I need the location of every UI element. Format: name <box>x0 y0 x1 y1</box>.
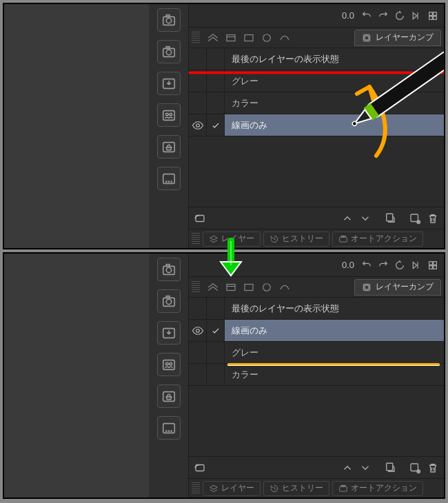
drag-grip-icon[interactable] <box>192 482 200 495</box>
svg-point-9 <box>169 113 172 116</box>
undo-icon[interactable] <box>360 9 374 23</box>
svg-rect-61 <box>387 463 393 471</box>
svg-point-12 <box>165 181 166 182</box>
svg-rect-27 <box>411 214 418 222</box>
dock-btn-folder[interactable] <box>157 416 181 440</box>
redo-icon[interactable] <box>376 258 390 272</box>
visibility-icon[interactable] <box>189 114 207 136</box>
trash-icon[interactable] <box>426 461 440 475</box>
undo-icon[interactable] <box>360 258 374 272</box>
add-icon[interactable] <box>408 461 422 475</box>
bottom-tabs: レイヤー ヒストリー オートアクション <box>189 478 444 497</box>
svg-point-39 <box>166 299 171 304</box>
value-readout: 0.0 <box>342 10 354 21</box>
dock-btn-people[interactable] <box>157 353 181 376</box>
panel-header: 0.0 <box>189 4 444 28</box>
panel-footer <box>189 207 444 229</box>
apply-check-icon[interactable] <box>207 114 225 136</box>
redo-icon[interactable] <box>376 9 390 23</box>
panel-after: 0.0 レイヤーカンプ 最後のレイヤーの表示 <box>3 252 445 499</box>
comp-label: カラー <box>225 369 444 381</box>
apply-single-icon[interactable] <box>193 461 207 475</box>
svg-rect-19 <box>227 34 235 41</box>
tab-history[interactable]: ヒストリー <box>263 232 329 247</box>
svg-rect-62 <box>411 464 418 471</box>
dock-btn-download[interactable] <box>157 321 181 345</box>
svg-point-21 <box>263 34 271 41</box>
layer-comp-tab-label: レイヤーカンプ <box>376 281 434 293</box>
svg-rect-51 <box>434 261 437 265</box>
svg-point-47 <box>165 431 166 431</box>
svg-point-24 <box>196 123 199 127</box>
visibility-icon[interactable] <box>189 320 207 341</box>
svg-rect-37 <box>166 265 170 267</box>
tab-autoaction[interactable]: オートアクション <box>332 481 423 496</box>
drag-grip-icon[interactable] <box>192 233 200 245</box>
dock-btn-camera2[interactable] <box>157 40 181 63</box>
dock-btn-camera2[interactable] <box>157 289 181 313</box>
last-state-label: 最後のレイヤーの表示状態 <box>225 302 444 315</box>
svg-point-1 <box>166 18 171 23</box>
dock-btn-camera[interactable] <box>157 258 181 281</box>
add-icon[interactable] <box>408 212 422 225</box>
svg-rect-29 <box>340 237 347 242</box>
vertical-dock <box>149 254 189 497</box>
drag-grip-icon[interactable] <box>192 281 200 294</box>
comp-row-gray[interactable]: グレー <box>189 342 444 364</box>
trash-icon[interactable] <box>426 212 440 225</box>
panel-before: 0.0 レイヤーカンプ 最後のレイヤーの表示 <box>3 3 445 249</box>
skip-icon[interactable] <box>409 9 423 23</box>
svg-rect-2 <box>166 15 170 17</box>
tab-history[interactable]: ヒストリー <box>263 481 329 496</box>
drag-grip-icon[interactable] <box>192 32 200 44</box>
canvas-area <box>4 254 149 497</box>
dock-btn-camera[interactable] <box>157 8 181 32</box>
svg-rect-42 <box>163 360 174 370</box>
svg-rect-23 <box>365 36 369 40</box>
svg-rect-54 <box>227 284 235 290</box>
svg-rect-26 <box>387 214 393 221</box>
grid-icon[interactable] <box>426 258 440 272</box>
annotation-result-arrow <box>214 238 248 279</box>
move-down-icon[interactable] <box>358 212 372 225</box>
apply-check-icon[interactable] <box>207 320 225 341</box>
svg-rect-64 <box>340 486 347 491</box>
dock-btn-folder[interactable] <box>157 167 181 190</box>
panel-toolbar: レイヤーカンプ <box>189 277 444 298</box>
skip-icon[interactable] <box>409 258 423 272</box>
svg-rect-18 <box>434 16 437 19</box>
dock-btn-lock[interactable] <box>157 384 181 408</box>
move-down-icon[interactable] <box>358 461 372 475</box>
rotate-icon[interactable] <box>393 9 407 23</box>
svg-rect-5 <box>166 47 170 49</box>
new-comp-icon[interactable] <box>383 212 397 225</box>
svg-rect-50 <box>429 261 433 265</box>
tab-autoaction[interactable]: オートアクション <box>332 232 423 247</box>
svg-rect-17 <box>429 16 433 19</box>
dock-btn-download[interactable] <box>157 72 181 95</box>
dock-btn-people[interactable] <box>157 103 181 127</box>
svg-rect-58 <box>365 285 369 289</box>
last-state-row[interactable]: 最後のレイヤーの表示状態 <box>189 298 444 320</box>
grid-icon[interactable] <box>426 9 440 23</box>
comp-label: 線画のみ <box>225 320 444 341</box>
svg-point-56 <box>263 283 271 291</box>
dock-btn-lock[interactable] <box>157 135 181 158</box>
apply-single-icon[interactable] <box>193 212 207 225</box>
svg-point-4 <box>166 50 171 54</box>
rotate-icon[interactable] <box>393 258 407 272</box>
layer-comp-tab[interactable]: レイヤーカンプ <box>354 279 441 296</box>
svg-point-36 <box>166 267 171 272</box>
move-up-icon[interactable] <box>340 212 354 225</box>
svg-rect-65 <box>341 485 343 486</box>
comp-row-color[interactable]: カラー <box>189 364 444 386</box>
move-up-icon[interactable] <box>340 461 354 475</box>
comp-row-lineart[interactable]: 線画のみ <box>189 320 444 342</box>
svg-rect-16 <box>434 12 437 15</box>
svg-rect-55 <box>245 284 253 290</box>
svg-rect-7 <box>163 111 174 121</box>
new-comp-icon[interactable] <box>383 461 397 475</box>
tab-layer[interactable]: レイヤー <box>203 481 261 496</box>
layer-comp-tab[interactable]: レイヤーカンプ <box>354 30 441 46</box>
canvas-area <box>4 4 149 248</box>
